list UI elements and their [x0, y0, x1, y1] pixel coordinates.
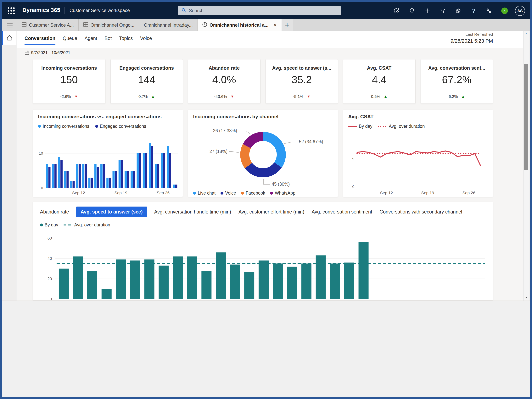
middle-chart-row: Incoming conversations vs. engaged conve…	[33, 110, 493, 197]
kpi-trend-arrow-icon: ▼	[307, 94, 310, 99]
legend-dot-engaged	[95, 125, 98, 128]
hamburger-menu-icon[interactable]	[2, 19, 17, 31]
scrollbar-thumb[interactable]	[524, 64, 528, 170]
kpi-trend-arrow-icon: ▲	[461, 94, 465, 99]
kpi-title: Incoming conversations	[33, 65, 105, 71]
legend-line-dashed	[63, 224, 72, 225]
kpi-delta-value: -43.6%	[214, 94, 227, 99]
kpi-value: 67.2%	[421, 74, 493, 86]
kpi-title: Abandon rate	[188, 65, 260, 71]
date-range-value: 9/7/2021 - 10/6/2021	[31, 50, 70, 55]
search-input[interactable]: Search	[178, 6, 341, 15]
metric-tab-speed-to-answer[interactable]: Avg. speed to answer (sec)	[76, 206, 147, 217]
subtab-topics[interactable]: Topics	[119, 36, 133, 45]
tab-omnichannel-historical[interactable]: Omnichannel historical a... ×	[197, 19, 282, 31]
calendar-icon	[25, 50, 29, 55]
task-check-icon[interactable]	[389, 2, 404, 19]
legend-line-solid	[348, 126, 357, 127]
kpi-card-incoming: Incoming conversations 150 -2.6%▼	[33, 59, 105, 104]
kpi-delta-value: -2.6%	[60, 94, 71, 99]
svg-text:0: 0	[50, 297, 52, 300]
legend-label: By day	[44, 222, 58, 228]
left-sidebar-rail	[2, 31, 16, 300]
phone-icon[interactable]	[481, 2, 497, 19]
scroll-up-arrow-icon[interactable]: ▲	[524, 32, 529, 35]
legend-dot-incoming	[38, 125, 41, 128]
brand-title: Dynamics 365	[22, 7, 60, 13]
waffle-menu-icon[interactable]	[6, 6, 16, 15]
legend-label: WhatsApp	[275, 191, 295, 196]
filter-icon[interactable]	[435, 2, 450, 19]
date-range-filter[interactable]: 9/7/2021 - 10/6/2021	[25, 50, 70, 55]
legend-label: Engaged conversations	[100, 124, 146, 129]
lightbulb-icon[interactable]	[404, 2, 420, 19]
legend-label: Incoming conversations	[43, 124, 89, 129]
history-chart-icon	[202, 22, 207, 28]
vertical-scrollbar[interactable]: ▲ ▼	[523, 31, 529, 300]
dashboard-icon	[83, 22, 88, 28]
daily-metric-card: Abandon rate Avg. speed to answer (sec) …	[33, 202, 493, 300]
subtab-bot[interactable]: Bot	[104, 36, 112, 45]
tab-omnichannel-intraday[interactable]: Omnichannel Intraday...	[139, 19, 197, 31]
svg-text:Sep 12: Sep 12	[72, 191, 85, 195]
metric-tab-effort-time[interactable]: Avg. customer effort time (min)	[239, 209, 304, 215]
metric-tab-handle-time[interactable]: Avg. conversation handle time (min)	[154, 209, 231, 215]
kpi-card-engaged: Engaged conversations 144 0.7%▲	[110, 59, 183, 104]
user-avatar[interactable]: AS	[512, 2, 528, 19]
close-tab-icon[interactable]: ×	[273, 22, 277, 28]
tab-customer-service-agent[interactable]: Customer Service A...	[17, 19, 79, 31]
svg-text:0: 0	[41, 186, 43, 190]
conversations-by-channel-card: Incoming conversations by channel 52 (34…	[188, 110, 338, 197]
subtab-voice[interactable]: Voice	[140, 36, 152, 45]
sidebar-item-home[interactable]	[2, 31, 16, 45]
incoming-vs-engaged-card: Incoming conversations vs. engaged conve…	[33, 110, 183, 197]
top-navbar: Dynamics 365 Customer Service workspace …	[2, 2, 530, 19]
metric-tab-abandon-rate[interactable]: Abandon rate	[40, 209, 69, 215]
svg-text:Sep 26: Sep 26	[462, 191, 475, 195]
kpi-trend-arrow-icon: ▼	[231, 94, 234, 99]
last-refreshed-label: Last Refreshed	[450, 32, 493, 37]
kpi-title: Avg. CSAT	[343, 65, 415, 71]
dashboard-icon	[22, 22, 27, 28]
scroll-down-arrow-icon[interactable]: ▼	[524, 296, 529, 299]
kpi-card-row: Incoming conversations 150 -2.6%▼ Engage…	[33, 59, 493, 104]
svg-text:Sep 19: Sep 19	[421, 191, 434, 195]
kpi-trend-arrow-icon: ▼	[74, 94, 78, 99]
add-icon[interactable]	[420, 2, 435, 19]
presence-check-icon: ✓	[501, 7, 508, 14]
settings-gear-icon[interactable]	[450, 2, 466, 19]
kpi-card-speed-to-answer: Avg. speed to answer (s... 35.2 -5.1%▼	[266, 59, 338, 104]
svg-text:2: 2	[352, 184, 354, 188]
kpi-title: Avg. speed to answer (s...	[266, 65, 338, 71]
help-icon[interactable]: ?	[466, 2, 481, 19]
chart-title: Incoming conversations vs. engaged conve…	[38, 114, 162, 120]
tab-omnichannel-ongoing[interactable]: Omnichannel Ongo...	[79, 19, 139, 31]
presence-status-badge[interactable]: ✓	[497, 2, 512, 19]
legend-dot-facebook	[241, 192, 244, 195]
svg-text:20: 20	[48, 276, 52, 281]
analytics-subtabs: Conversation Queue Agent Bot Topics Voic…	[25, 36, 152, 45]
metric-tabs: Abandon rate Avg. speed to answer (sec) …	[40, 206, 462, 217]
svg-text:27 (18%): 27 (18%)	[209, 149, 228, 154]
app-window: Dynamics 365 Customer Service workspace …	[0, 0, 532, 399]
kpi-value: 150	[33, 74, 105, 86]
svg-text:4: 4	[352, 157, 354, 161]
metric-tab-sentiment[interactable]: Avg. conversation sentiment	[312, 209, 372, 215]
svg-text:40: 40	[48, 256, 52, 261]
kpi-delta-value: -5.1%	[293, 94, 303, 99]
brand-divider	[64, 7, 65, 14]
new-tab-button[interactable]: +	[282, 19, 293, 31]
kpi-card-abandon-rate: Abandon rate 4.0% -43.6%▼	[188, 59, 260, 104]
svg-text:26 (17.33%): 26 (17.33%)	[213, 128, 237, 133]
app-surface: Dynamics 365 Customer Service workspace …	[2, 2, 530, 397]
metric-tab-secondary-channel[interactable]: Conversations with secondary channel	[380, 209, 462, 215]
kpi-value: 4.4	[343, 74, 415, 86]
below-fold-empty-area	[2, 300, 530, 397]
subtab-conversation[interactable]: Conversation	[25, 36, 55, 45]
kpi-delta-value: 0.5%	[371, 94, 380, 99]
legend-label: Avg. over duration	[74, 222, 110, 228]
avg-csat-card: Avg. CSAT By day Avg. over duration 42Se…	[343, 110, 493, 197]
subtab-queue[interactable]: Queue	[63, 36, 77, 45]
subtab-agent[interactable]: Agent	[85, 36, 97, 45]
last-refreshed: Last Refreshed 9/28/2021 5:23 PM	[450, 32, 493, 44]
